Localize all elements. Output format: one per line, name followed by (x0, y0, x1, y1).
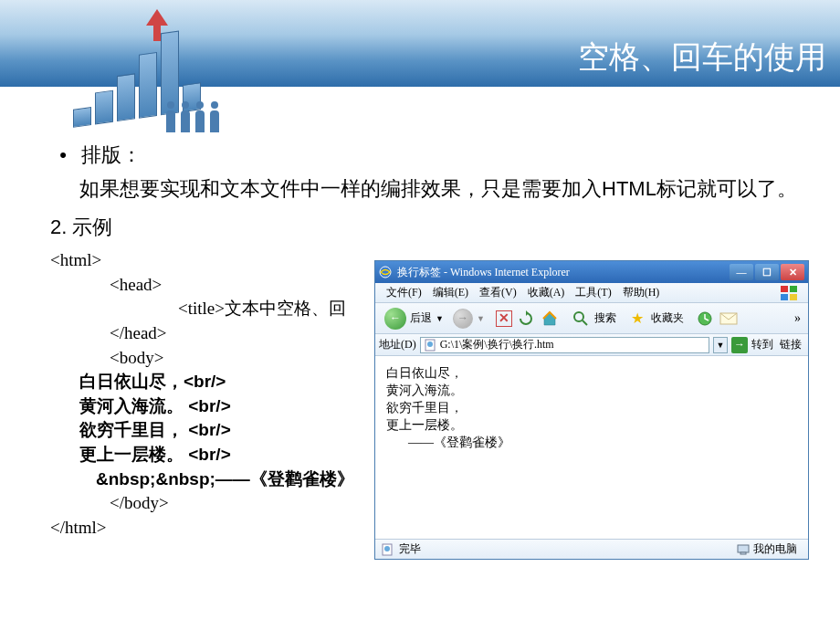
history-button[interactable] (695, 309, 715, 329)
rendered-line: 白日依山尽， (386, 365, 797, 383)
svg-line-6 (583, 320, 587, 325)
ie-menubar: 文件(F) 编辑(E) 查看(V) 收藏(A) 工具(T) 帮助(H) (375, 283, 808, 303)
menu-tools[interactable]: 工具(T) (570, 285, 616, 300)
rendered-line: ——《登鹳雀楼》 (408, 435, 797, 452)
close-button[interactable]: ✕ (781, 264, 804, 280)
toolbar-overflow-icon[interactable]: » (791, 311, 804, 326)
stop-button[interactable]: ✕ (496, 310, 512, 327)
rendered-line: 欲穷千里目， (386, 400, 797, 417)
address-input[interactable]: G:\1\案例\换行\换行.htm (420, 337, 709, 353)
windows-flag-icon (777, 284, 803, 302)
slide-title: 空格、回车的使用 (578, 37, 826, 79)
search-icon (571, 309, 591, 329)
list-number: 2. (50, 215, 67, 238)
back-button[interactable]: ← 后退 ▼ (379, 306, 449, 331)
zone-text: 我的电脑 (753, 541, 797, 557)
svg-rect-2 (790, 286, 797, 292)
address-dropdown-icon[interactable]: ▼ (713, 337, 728, 353)
decorative-chart-graphic (37, 18, 219, 146)
links-button[interactable]: 链接 (777, 337, 804, 352)
ie-titlebar[interactable]: 换行标签 - Windows Internet Explorer — ☐ ✕ (375, 261, 808, 283)
svg-rect-13 (738, 545, 749, 552)
bullet-label: 排版： (81, 143, 142, 166)
ie-toolbar: ← 后退 ▼ → ▼ ✕ 搜索 ★ 收藏夹 » (375, 303, 808, 334)
favorites-button[interactable]: 收藏夹 (651, 310, 684, 326)
favorites-star-icon: ★ (627, 309, 647, 329)
done-icon (381, 543, 394, 556)
address-label: 地址(D) (379, 337, 416, 352)
minimize-button[interactable]: — (730, 264, 753, 280)
svg-rect-1 (781, 286, 788, 292)
search-button[interactable]: 搜索 (594, 310, 616, 326)
svg-rect-4 (790, 294, 797, 300)
status-text: 完毕 (399, 541, 421, 557)
svg-point-10 (427, 341, 433, 347)
svg-rect-14 (740, 552, 746, 554)
menu-file[interactable]: 文件(F) (381, 285, 427, 300)
svg-point-5 (574, 312, 583, 321)
back-label: 后退 (410, 310, 432, 326)
refresh-button[interactable] (516, 309, 536, 329)
ie-page-body: 白日依山尽， 黄河入海流。 欲穷千里目， 更上一层楼。 ——《登鹳雀楼》 (375, 356, 808, 539)
home-button[interactable] (540, 309, 560, 329)
menu-edit[interactable]: 编辑(E) (427, 285, 474, 300)
rendered-line: 黄河入海流。 (386, 383, 797, 400)
page-icon (424, 339, 436, 352)
ie-title-text: 换行标签 - Windows Internet Explorer (397, 265, 730, 280)
svg-point-12 (384, 546, 390, 551)
address-value: G:\1\案例\换行\换行.htm (440, 337, 554, 352)
svg-rect-3 (781, 294, 788, 300)
chevron-down-icon: ▼ (477, 314, 485, 323)
rendered-line: 更上一层楼。 (386, 417, 797, 435)
menu-favorites[interactable]: 收藏(A) (522, 285, 571, 300)
ie-addressbar: 地址(D) G:\1\案例\换行\换行.htm ▼ → 转到 链接 (375, 334, 808, 356)
back-arrow-icon: ← (384, 308, 406, 330)
ie-statusbar: 完毕 我的电脑 (375, 539, 808, 559)
computer-icon (737, 543, 750, 556)
go-button-icon[interactable]: → (731, 337, 748, 353)
mail-button[interactable] (719, 309, 739, 329)
chevron-down-icon: ▼ (436, 314, 444, 323)
menu-help[interactable]: 帮助(H) (617, 285, 666, 300)
maximize-button[interactable]: ☐ (755, 264, 779, 280)
ie-browser-window: 换行标签 - Windows Internet Explorer — ☐ ✕ 文… (374, 260, 809, 560)
menu-view[interactable]: 查看(V) (474, 285, 522, 300)
go-button[interactable]: 转到 (751, 337, 773, 352)
list-label-text: 示例 (72, 215, 112, 238)
ie-app-icon (379, 266, 392, 278)
bullet-marker: • (50, 143, 76, 167)
bullet-body-text: 如果想要实现和文本文件中一样的编排效果，只是需要加入HTML标记就可以了。 (79, 173, 799, 205)
forward-button[interactable]: → (453, 309, 473, 329)
